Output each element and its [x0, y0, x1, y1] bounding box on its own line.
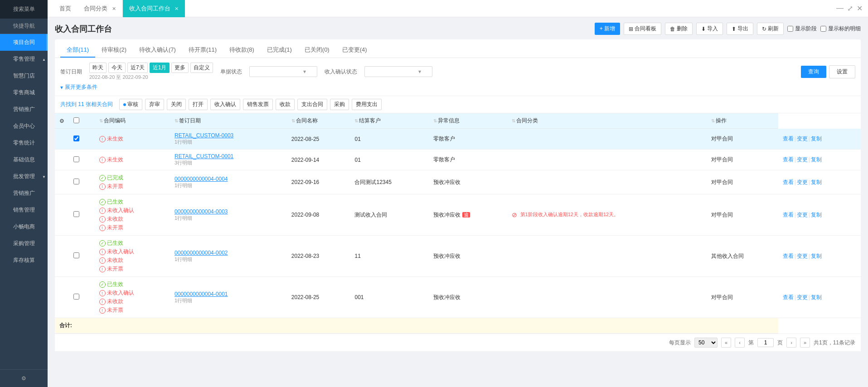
export-button[interactable]: ⬆ 导出: [727, 23, 753, 35]
page-last-button[interactable]: »: [800, 338, 810, 348]
contract-link-5[interactable]: 0000000000004-0001: [175, 291, 228, 297]
action-btn-打开[interactable]: 打开: [189, 99, 208, 110]
tab-home[interactable]: 首页: [53, 0, 78, 17]
tab-contract-class-close[interactable]: ✕: [112, 6, 116, 11]
view-btn-1[interactable]: 查看: [783, 156, 794, 163]
view-btn-5[interactable]: 查看: [783, 294, 794, 300]
sidebar-item-project[interactable]: 项目合同: [0, 34, 48, 51]
view-btn-4[interactable]: 查看: [783, 253, 794, 259]
sidebar-item-retail[interactable]: 零售管理: [0, 51, 48, 68]
page-first-button[interactable]: «: [721, 338, 731, 348]
sidebar-item-member[interactable]: 会员中心: [0, 118, 48, 135]
filter-tab-done[interactable]: 已完成(1): [261, 43, 298, 58]
query-button[interactable]: 查询: [801, 66, 826, 78]
select-all-checkbox[interactable]: [73, 117, 79, 123]
action-btn-收入确认[interactable]: 收入确认: [210, 99, 240, 110]
copy-btn-5[interactable]: 复制: [811, 294, 822, 300]
action-btn-销售发票[interactable]: 销售发票: [243, 99, 273, 110]
sidebar-search[interactable]: 搜索菜单: [0, 0, 48, 19]
close-icon[interactable]: ✕: [857, 4, 863, 13]
kanban-button[interactable]: ⊞ 合同看板: [624, 23, 661, 35]
contract-link-4[interactable]: 0000000000004-0002: [175, 250, 228, 256]
edit-btn-4[interactable]: 变更: [797, 253, 808, 259]
contract-link-1[interactable]: RETAIL_CUSTOM-0001: [175, 153, 233, 160]
contract-link-2[interactable]: 0000000000004-0004: [175, 176, 228, 182]
add-button[interactable]: + 新增: [595, 23, 620, 35]
minimize-icon[interactable]: —: [836, 4, 844, 13]
date-shortcut-yesterday[interactable]: 昨天: [89, 63, 107, 73]
filter-tab-pending_invoice[interactable]: 待开票(11): [182, 43, 223, 58]
table-header-settings[interactable]: ⚙: [55, 113, 69, 129]
expand-button[interactable]: ▾ 展开更多条件: [60, 83, 855, 91]
edit-btn-2[interactable]: 变更: [797, 179, 808, 185]
action-btn-审核[interactable]: 审核: [119, 99, 142, 110]
edit-btn-1[interactable]: 变更: [797, 156, 808, 163]
date-shortcut-month[interactable]: 近1月: [150, 63, 170, 73]
setting-button[interactable]: 设置: [829, 65, 855, 78]
contract-link-3[interactable]: 0000000000004-0003: [175, 208, 228, 215]
copy-btn-3[interactable]: 复制: [811, 212, 822, 218]
show-stage-checkbox[interactable]: [787, 26, 793, 32]
contract-link-0[interactable]: RETAIL_CUSTOM-0003: [175, 132, 233, 139]
page-prev-button[interactable]: ‹: [735, 338, 745, 348]
date-shortcut-today[interactable]: 今天: [108, 63, 126, 73]
filter-tab-pending_payment[interactable]: 待收款(8): [223, 43, 261, 58]
sidebar-item-smart[interactable]: 智慧门店: [0, 68, 48, 84]
cell-checkbox-5[interactable]: [69, 277, 95, 318]
filter-tab-all[interactable]: 全部(11): [60, 43, 95, 58]
view-btn-2[interactable]: 查看: [783, 179, 794, 185]
page-number-input[interactable]: [757, 338, 774, 347]
maximize-icon[interactable]: ⤢: [847, 4, 853, 13]
copy-btn-1[interactable]: 复制: [811, 156, 822, 163]
cell-checkbox-4[interactable]: [69, 236, 95, 277]
view-btn-3[interactable]: 查看: [783, 212, 794, 218]
tab-contract-class[interactable]: 合同分类 ✕: [78, 0, 123, 17]
action-btn-收款[interactable]: 收款: [276, 99, 295, 110]
refresh-button[interactable]: ↻ 刷新: [757, 23, 784, 35]
tab-current-close[interactable]: ✕: [175, 6, 179, 11]
sidebar-item-xiaopc[interactable]: 小畅电商: [0, 218, 48, 235]
sidebar-quicknav[interactable]: 快捷导航: [0, 19, 48, 34]
action-btn-费用支出[interactable]: 费用支出: [352, 99, 382, 110]
status-select[interactable]: ▾: [249, 66, 317, 77]
action-btn-支出合同[interactable]: 支出合同: [297, 99, 327, 110]
edit-btn-3[interactable]: 变更: [797, 212, 808, 218]
action-btn-弃审[interactable]: 弃审: [145, 99, 164, 110]
sidebar-item-online[interactable]: 零售商城: [0, 84, 48, 101]
cell-checkbox-2[interactable]: [69, 170, 95, 194]
copy-btn-4[interactable]: 复制: [811, 253, 822, 259]
view-btn-0[interactable]: 查看: [783, 135, 794, 142]
sidebar-item-sales[interactable]: 销售管理: [0, 202, 48, 218]
copy-btn-2[interactable]: 复制: [811, 179, 822, 185]
page-size-select[interactable]: 102050100: [694, 338, 718, 348]
filter-tab-pending_review[interactable]: 待审核(2): [95, 43, 133, 58]
sidebar-item-base[interactable]: 基础信息: [0, 151, 48, 168]
filter-tab-changed[interactable]: 已变更(4): [336, 43, 373, 58]
cell-checkbox-1[interactable]: [69, 150, 95, 170]
sidebar-item-stock[interactable]: 库存核算: [0, 252, 48, 269]
sidebar-item-stats[interactable]: 零售统计: [0, 135, 48, 151]
show-mark-checkbox[interactable]: [820, 26, 826, 32]
tab-current[interactable]: 收入合同工作台 ✕: [123, 0, 185, 17]
filter-tab-pending_confirm[interactable]: 待收入确认(7): [133, 43, 182, 58]
delete-button[interactable]: 🗑 删除: [665, 23, 693, 35]
date-shortcut-week[interactable]: 近7天: [127, 63, 148, 73]
copy-btn-0[interactable]: 复制: [811, 135, 822, 142]
sidebar-item-marketing[interactable]: 营销推广: [0, 101, 48, 118]
sidebar-item-purchase[interactable]: 采购管理: [0, 235, 48, 252]
date-shortcut-more[interactable]: 更多: [171, 63, 189, 73]
import-button[interactable]: ⬇ 导入: [696, 23, 723, 35]
cell-checkbox-3[interactable]: [69, 194, 95, 236]
edit-btn-5[interactable]: 变更: [797, 294, 808, 300]
action-btn-关闭[interactable]: 关闭: [167, 99, 186, 110]
cell-checkbox-0[interactable]: [69, 129, 95, 150]
page-next-button[interactable]: ›: [786, 338, 796, 348]
sidebar-settings[interactable]: ⚙: [0, 369, 48, 387]
edit-btn-0[interactable]: 变更: [797, 135, 808, 142]
filter-tab-closed[interactable]: 已关闭(0): [298, 43, 336, 58]
confirm-select[interactable]: ▾: [364, 66, 432, 77]
date-shortcut-custom[interactable]: 自定义: [190, 63, 213, 73]
sidebar-item-wholesale[interactable]: 批发管理: [0, 168, 48, 185]
sidebar-item-mktg2[interactable]: 营销推广: [0, 185, 48, 202]
action-btn-采购[interactable]: 采购: [330, 99, 349, 110]
